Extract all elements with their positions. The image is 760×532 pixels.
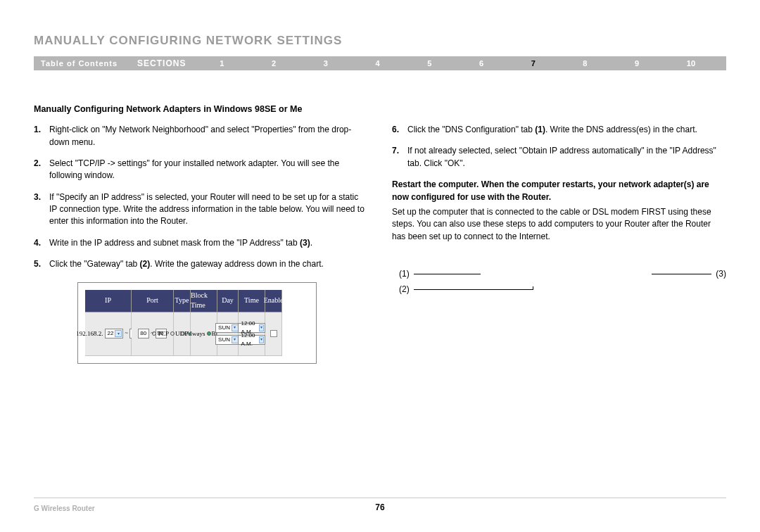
step-3: 3.If "Specify an IP address" is selected…	[34, 191, 368, 228]
day-select-1[interactable]: SUN▾	[215, 323, 240, 333]
step-7: 7.If not already selected, select "Obtai…	[392, 145, 726, 170]
callout-3: (3)	[652, 268, 726, 280]
day-select-2[interactable]: SUN▾	[215, 335, 240, 345]
section-link-6[interactable]: 6	[479, 59, 483, 68]
footer-product: G Wireless Router	[34, 505, 95, 512]
step-5: 5.Click the "Gateway" tab (2). Write the…	[34, 258, 368, 270]
callout-2: (2)	[399, 284, 726, 296]
table-header-row: IP Port Type Block Time Day Time Enable	[85, 290, 309, 312]
th-blocktime: Block Time	[191, 290, 217, 312]
time-select-2[interactable]: 12:00 A.M.▾	[238, 335, 265, 345]
section-link-7[interactable]: 7	[531, 59, 536, 68]
step-1: 1.Right-click on "My Network Neighborhoo…	[34, 124, 368, 148]
section-link-3[interactable]: 3	[324, 59, 328, 68]
section-link-5[interactable]: 5	[427, 59, 431, 68]
cell-day: SUN▾ SUN▾	[217, 312, 239, 356]
cell-enable	[265, 312, 282, 356]
radio-always[interactable]: Always	[181, 329, 205, 338]
section-link-1[interactable]: 1	[220, 59, 224, 68]
radio-tcp[interactable]: TCP	[152, 329, 169, 338]
ip-prefix: 192.168.2.	[76, 329, 103, 338]
th-time: Time	[239, 290, 265, 312]
page-number: 76	[375, 502, 384, 512]
ip-select[interactable]: 22▾	[105, 329, 124, 338]
cell-ip: 192.168.2. 22▾ ~ 22	[85, 312, 132, 356]
settings-table-figure: IP Port Type Block Time Day Time Enable …	[77, 282, 317, 364]
section-subheading: Manually Configuring Network Adapters in…	[34, 103, 368, 115]
step-4: 4.Write in the IP address and subnet mas…	[34, 237, 368, 249]
enable-checkbox[interactable]	[270, 330, 277, 337]
chevron-down-icon: ▾	[115, 330, 122, 337]
restart-bold: Restart the computer. When the computer …	[392, 179, 726, 203]
port-from-input[interactable]: 80	[138, 329, 149, 338]
cell-time: 12:00 A.M.▾ 12:00 A.M.▾	[239, 312, 265, 356]
right-column: 6.Click the "DNS Configuration" tab (1).…	[392, 103, 726, 364]
section-numbers: 1 2 3 4 5 6 7 8 9 10	[196, 59, 719, 68]
chevron-down-icon: ▾	[232, 336, 239, 343]
restart-paragraph: Set up the computer that is connected to…	[392, 206, 726, 243]
step-6: 6.Click the "DNS Configuration" tab (1).…	[392, 124, 726, 136]
left-column: Manually Configuring Network Adapters in…	[34, 103, 368, 364]
th-type: Type	[174, 290, 191, 312]
chevron-down-icon: ▾	[259, 324, 264, 331]
section-link-4[interactable]: 4	[375, 59, 379, 68]
section-link-10[interactable]: 10	[687, 59, 695, 68]
callout-diagram: (1) (2) (3)	[399, 268, 726, 303]
th-day: Day	[217, 290, 239, 312]
page-title: MANUALLY CONFIGURING NETWORK SETTINGS	[34, 34, 726, 48]
th-ip: IP	[85, 290, 132, 312]
section-navbar: Table of Contents SECTIONS 1 2 3 4 5 6 7…	[34, 56, 726, 70]
table-row: 192.168.2. 22▾ ~ 22 80 ~ 80 TCP UDP BOTH	[85, 312, 309, 356]
section-link-2[interactable]: 2	[272, 59, 276, 68]
sections-label: SECTIONS	[137, 58, 186, 68]
toc-link[interactable]: Table of Contents	[41, 59, 118, 68]
th-port: Port	[132, 290, 174, 312]
section-link-9[interactable]: 9	[635, 59, 639, 68]
footer-divider	[34, 498, 726, 498]
chevron-down-icon: ▾	[259, 336, 264, 343]
th-enable: Enable	[265, 290, 282, 312]
section-link-8[interactable]: 8	[583, 59, 587, 68]
chevron-down-icon: ▾	[232, 324, 239, 331]
cell-blocktime: Always Block	[191, 312, 217, 356]
step-2: 2.Select "TCP/IP -> settings" for your i…	[34, 158, 368, 182]
